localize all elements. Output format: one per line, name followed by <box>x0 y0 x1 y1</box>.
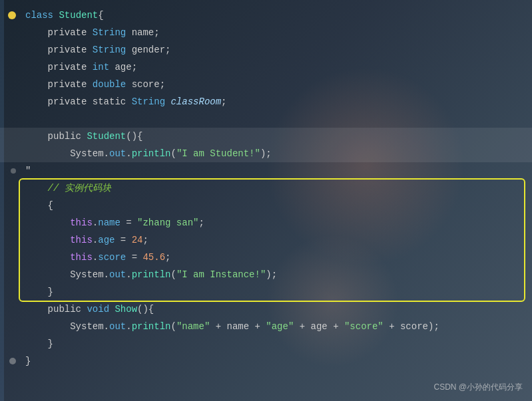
code-line: private String gender; <box>0 41 532 59</box>
code-line: } <box>0 283 532 301</box>
code-text: } <box>20 354 532 368</box>
code-text: this.age = 24; <box>20 233 532 247</box>
code-text: " <box>20 164 532 178</box>
gutter-dot-icon <box>11 168 16 174</box>
gutter-breakpoint-icon <box>8 11 16 19</box>
code-text: private static String classRoom; <box>20 94 532 109</box>
code-text: class Student{ <box>20 8 532 23</box>
code-text: private double score; <box>20 77 532 92</box>
code-line: private double score; <box>0 76 532 93</box>
code-text: public void Show(){ <box>20 302 532 317</box>
code-text: } <box>20 285 532 299</box>
code-line: System.out.println("I am Instance!"); <box>0 266 532 283</box>
code-text: { <box>20 198 532 213</box>
line-gutter <box>0 358 20 364</box>
code-line: System.out.println("name" + name + "age"… <box>0 318 532 335</box>
code-line: System.out.println("I am Student!"); <box>0 145 532 162</box>
code-line: this.score = 45.6; <box>0 249 532 266</box>
code-text: private int age; <box>20 60 532 74</box>
code-text: public Student(){ <box>20 129 532 144</box>
gutter-small-icon <box>9 358 16 364</box>
code-line: this.name = "zhang san"; <box>0 214 532 231</box>
code-text: private String gender; <box>20 43 532 57</box>
code-text: System.out.println("I am Instance!"); <box>20 267 532 282</box>
code-line: } <box>0 352 532 370</box>
code-line <box>0 110 532 128</box>
code-line: " <box>0 162 532 180</box>
line-gutter <box>0 11 20 19</box>
code-line: public Student(){ <box>0 128 532 145</box>
code-container: class Student{ private String name; priv… <box>0 0 532 401</box>
code-text: private String name; <box>20 25 532 40</box>
code-line: { <box>0 197 532 214</box>
code-line: class Student{ <box>0 7 532 24</box>
watermark: CSDN @小孙的代码分享 <box>433 382 523 393</box>
line-gutter <box>0 168 20 174</box>
code-line: public void Show(){ <box>0 301 532 318</box>
code-line: this.age = 24; <box>0 231 532 249</box>
code-text: // 实例代码块 <box>20 181 532 196</box>
code-line: private String name; <box>0 24 532 41</box>
code-text: this.score = 45.6; <box>20 250 532 265</box>
code-line: private int age; <box>0 59 532 76</box>
code-line: } <box>0 335 532 352</box>
code-line: private static String classRoom; <box>0 93 532 110</box>
code-line: // 实例代码块 <box>0 180 532 197</box>
code-text: System.out.println("name" + name + "age"… <box>20 319 532 334</box>
code-text: } <box>20 336 532 351</box>
code-text: this.name = "zhang san"; <box>20 215 532 230</box>
code-text: System.out.println("I am Student!"); <box>20 146 532 161</box>
